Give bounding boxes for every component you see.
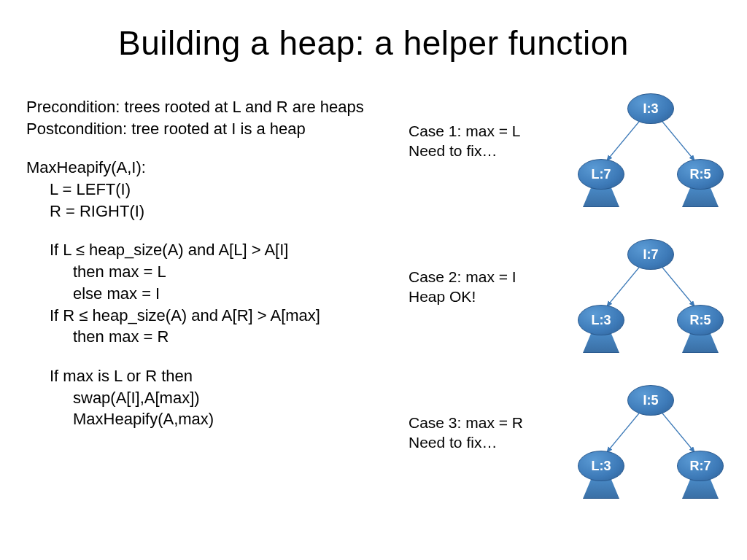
postcondition-text: Postcondition: tree rooted at I is a hea… [26,118,406,140]
tree-node-left: L:3 [578,305,624,335]
tree-node-right: R:7 [677,451,724,481]
code-line: If L ≤ heap_size(A) and A[L] > A[I] [26,239,406,261]
svg-line-0 [607,118,642,160]
code-line: then max = R [26,326,406,348]
tree-node-root: I:5 [627,385,674,416]
code-line: MaxHeapify(A,max) [26,408,406,430]
tree-node-left: L:3 [578,451,624,481]
tree-node-right: R:5 [677,159,724,190]
tree-node-root: I:3 [627,93,674,124]
case-label: Case 3: max = R [409,413,547,432]
code-line: L = LEFT(I) [26,179,406,201]
case-note: Need to fix… [409,141,547,160]
pseudocode-block: Precondition: trees rooted at L and R ar… [26,96,406,430]
svg-line-2 [607,264,642,306]
case-label: Case 2: max = I [409,267,547,287]
function-name: MaxHeapify(A,I): [26,157,406,179]
tree-node-root: I:7 [627,239,674,270]
svg-line-5 [659,410,694,452]
case-note: Need to fix… [409,432,547,452]
precondition-text: Precondition: trees rooted at L and R ar… [26,96,406,118]
tree-node-right: R:5 [677,305,724,335]
code-line: If max is L or R then [26,365,406,387]
code-line: R = RIGHT(I) [26,201,406,222]
slide-title: Building a heap: a helper function [0,0,747,63]
code-line: else max = I [26,283,406,305]
case-note: Heap OK! [409,287,547,306]
tree-case-3: Case 3: max = R Need to fix… I:5 L:3 R:7 [409,379,744,518]
code-line: If R ≤ heap_size(A) and A[R] > A[max] [26,305,406,327]
case-label: Case 1: max = L [409,121,547,141]
code-line: swap(A[I],A[max]) [26,387,406,409]
svg-line-1 [659,118,694,160]
svg-line-3 [659,264,694,306]
tree-case-1: Case 1: max = L Need to fix… I:3 L:7 R:5 [409,88,744,226]
svg-line-4 [607,410,642,452]
tree-node-left: L:7 [578,159,624,190]
code-line: then max = L [26,261,406,283]
tree-case-2: Case 2: max = I Heap OK! I:7 L:3 R:5 [409,233,744,372]
